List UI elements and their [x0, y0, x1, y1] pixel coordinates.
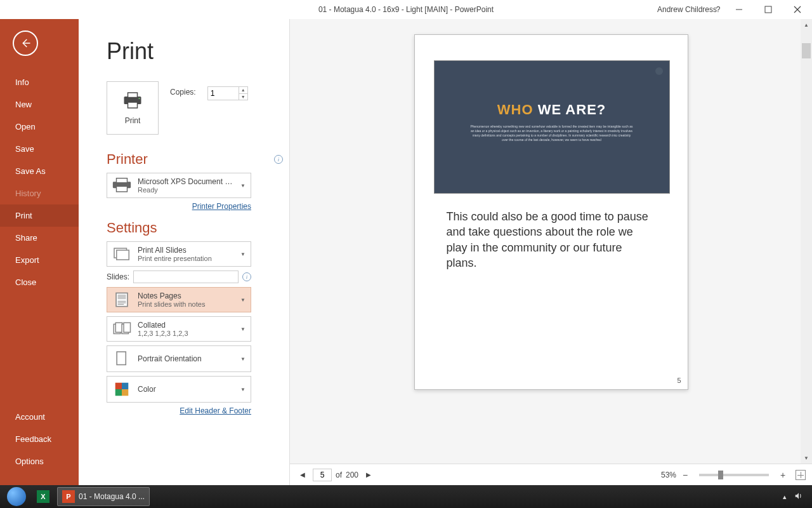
excel-icon: X: [37, 490, 49, 503]
zoom-slider[interactable]: [699, 474, 769, 476]
slides-info-icon[interactable]: i: [242, 272, 251, 281]
copies-up-icon[interactable]: ▲: [239, 87, 247, 94]
close-button[interactable]: [783, 0, 812, 19]
copies-label: Copies:: [170, 88, 196, 97]
svg-rect-23: [117, 352, 126, 364]
printer-heading: Printer: [107, 151, 148, 168]
copies-down-icon[interactable]: ▼: [239, 94, 247, 100]
page-title: Print: [107, 38, 283, 65]
slide-title: WHO WE ARE?: [497, 102, 606, 118]
sidebar-item-save[interactable]: Save: [0, 138, 79, 160]
print-range-title: Print All Slides: [138, 246, 234, 255]
printer-info-icon[interactable]: i: [274, 155, 283, 164]
copies-input[interactable]: [208, 87, 239, 100]
collate-title: Collated: [138, 321, 234, 330]
maximize-button[interactable]: [754, 0, 783, 19]
preview-scrollbar[interactable]: ▲ ▼: [801, 19, 812, 464]
print-settings-pane: Print Print: [79, 19, 289, 485]
tray-volume-icon[interactable]: [794, 491, 803, 502]
help-button[interactable]: ?: [712, 5, 724, 14]
slide-body-text: Phenomenon whereby something new and som…: [469, 124, 634, 142]
orientation-dropdown[interactable]: Portrait Orientation ▼: [107, 345, 251, 372]
taskbar-item-label: 01 - Motagua 4.0 ...: [79, 492, 145, 501]
app-body: Info New Open Save Save As History Print…: [0, 19, 812, 485]
edit-header-footer-link[interactable]: Edit Header & Footer: [107, 406, 251, 415]
svg-rect-11: [117, 186, 128, 192]
layout-dropdown[interactable]: Notes Pages Print slides with notes ▼: [107, 287, 251, 312]
svg-rect-6: [128, 93, 138, 98]
chevron-down-icon: ▼: [239, 356, 247, 362]
zoom-in-button[interactable]: +: [778, 470, 788, 480]
back-button[interactable]: [13, 30, 38, 56]
svg-point-8: [138, 97, 140, 98]
start-button[interactable]: [4, 485, 29, 508]
sidebar-item-export[interactable]: Export: [0, 249, 79, 271]
notes-page-icon: [111, 290, 133, 309]
slide-footer: [551, 184, 552, 188]
sidebar-item-saveas[interactable]: Save As: [0, 160, 79, 182]
sidebar-item-info[interactable]: Info: [0, 71, 79, 93]
window-title: 01 - Motagua 4.0 - 16x9 - Light [MAIN] -…: [318, 5, 494, 14]
color-swatch-icon: [111, 380, 133, 399]
sidebar-item-account[interactable]: Account: [0, 406, 79, 428]
print-button-label: Print: [125, 116, 141, 125]
sidebar-item-share[interactable]: Share: [0, 227, 79, 249]
zoom-out-button[interactable]: −: [680, 470, 690, 480]
main-area: Print Print: [79, 19, 812, 485]
chevron-down-icon: ▼: [239, 387, 247, 392]
chevron-down-icon: ▼: [239, 251, 247, 257]
prev-page-button[interactable]: ◀: [296, 471, 309, 478]
printer-status: Ready: [138, 186, 234, 194]
slides-stack-icon: [111, 244, 133, 264]
zoom-handle[interactable]: [718, 471, 723, 479]
preview-page: WHO WE ARE? Phenomenon whereby something…: [414, 34, 688, 390]
color-title: Color: [138, 385, 234, 394]
scroll-thumb[interactable]: [802, 43, 811, 58]
minimize-button[interactable]: [724, 0, 754, 19]
page-total: 200: [346, 471, 358, 479]
zoom-fit-button[interactable]: [796, 470, 806, 480]
taskbar-item-powerpoint[interactable]: P 01 - Motagua 4.0 ...: [57, 487, 150, 506]
printer-device-icon: [111, 176, 133, 195]
sidebar-item-options[interactable]: Options: [0, 450, 79, 472]
sidebar-item-print[interactable]: Print: [0, 204, 79, 227]
sidebar-item-new[interactable]: New: [0, 93, 79, 116]
sidebar-item-open[interactable]: Open: [0, 116, 79, 138]
system-tray[interactable]: ▴: [783, 491, 808, 502]
preview-status-bar: ◀ of 200 ▶ 53% − +: [290, 464, 812, 485]
preview-page-number: 5: [677, 377, 681, 384]
print-range-dropdown[interactable]: Print All Slides Print entire presentati…: [107, 241, 251, 267]
copies-spinner[interactable]: ▲ ▼: [207, 86, 248, 100]
sidebar-item-close[interactable]: Close: [0, 271, 79, 293]
sidebar-item-history: History: [0, 182, 79, 204]
color-dropdown[interactable]: Color ▼: [107, 376, 251, 403]
page-input[interactable]: [313, 469, 332, 481]
sidebar-item-feedback[interactable]: Feedback: [0, 428, 79, 450]
preview-slide: WHO WE ARE? Phenomenon whereby something…: [434, 60, 670, 194]
printer-dropdown[interactable]: Microsoft XPS Document W... Ready ▼: [107, 173, 251, 198]
svg-rect-13: [117, 250, 129, 260]
layout-sub: Print slides with notes: [138, 300, 234, 308]
scroll-up-icon[interactable]: ▲: [801, 19, 812, 30]
chevron-down-icon: ▼: [239, 297, 247, 303]
taskbar-item-excel[interactable]: X: [32, 487, 55, 506]
svg-rect-7: [128, 102, 138, 108]
svg-rect-15: [118, 295, 126, 299]
next-page-button[interactable]: ▶: [362, 471, 375, 478]
scroll-down-icon[interactable]: ▼: [801, 452, 812, 464]
slides-input[interactable]: [133, 271, 239, 283]
svg-rect-20: [115, 323, 122, 332]
collate-sub: 1,2,3 1,2,3 1,2,3: [138, 330, 234, 337]
print-button[interactable]: Print: [107, 81, 159, 135]
layout-title: Notes Pages: [138, 291, 234, 300]
collate-dropdown[interactable]: Collated 1,2,3 1,2,3 1,2,3 ▼: [107, 316, 251, 342]
printer-properties-link[interactable]: Printer Properties: [107, 202, 251, 211]
user-name[interactable]: Andrew Childress: [657, 5, 717, 14]
svg-rect-10: [117, 178, 128, 183]
svg-rect-1: [765, 6, 771, 13]
svg-rect-27: [122, 389, 128, 396]
printer-name: Microsoft XPS Document W...: [138, 177, 234, 186]
tray-chevron-icon[interactable]: ▴: [783, 493, 787, 501]
title-bar: 01 - Motagua 4.0 - 16x9 - Light [MAIN] -…: [0, 0, 812, 19]
print-range-sub: Print entire presentation: [138, 255, 234, 262]
